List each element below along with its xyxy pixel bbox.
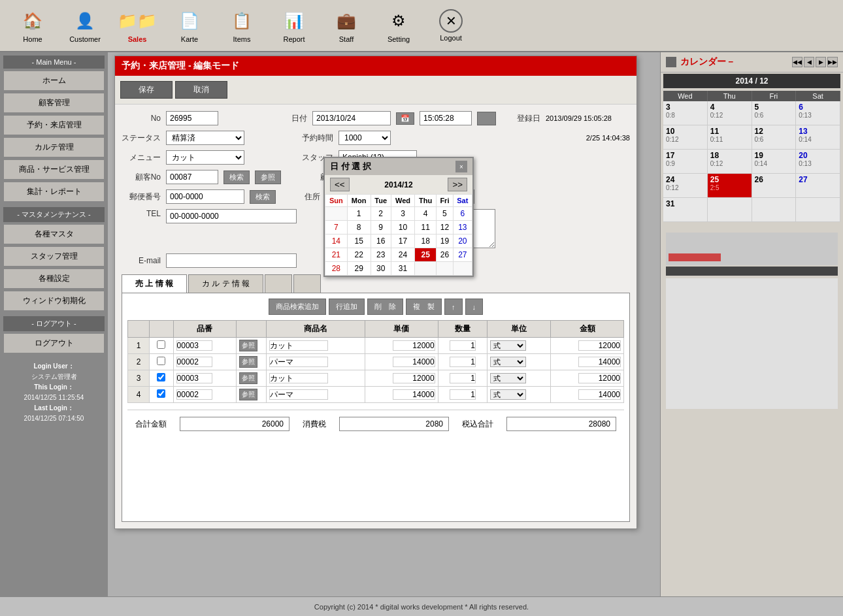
appt-time-select[interactable]: 100010301100	[339, 131, 391, 145]
nav-logout[interactable]: ✕ Logout	[425, 6, 477, 45]
calendar-cell[interactable]: 120:6	[752, 125, 797, 149]
row-price-cell[interactable]	[365, 370, 438, 387]
calendar-cell[interactable]: 27	[796, 174, 840, 197]
row-unit-select[interactable]: 式 回	[490, 373, 526, 383]
calendar-open-button[interactable]: 📅	[396, 112, 414, 125]
date-input[interactable]	[312, 111, 391, 125]
customer-ref-button[interactable]: 参照	[255, 170, 281, 184]
row-price-cell[interactable]	[365, 387, 438, 403]
dp-day-cell[interactable]: 31	[391, 262, 414, 276]
calendar-cell[interactable]: 180:12	[708, 150, 752, 173]
row-qty-cell[interactable]	[438, 354, 488, 370]
row-code-cell[interactable]	[173, 370, 237, 387]
calendar-cell[interactable]: 30:8	[663, 101, 708, 125]
calendar-first-btn[interactable]: ◀◀	[792, 57, 802, 67]
sidebar-item-staff[interactable]: スタッフ管理	[3, 246, 105, 267]
calendar-cell[interactable]: 110:11	[708, 125, 752, 149]
customer-no-input[interactable]	[166, 170, 218, 184]
dp-day-cell[interactable]: 23	[371, 248, 391, 262]
dp-day-cell[interactable]: 10	[391, 221, 414, 235]
row-code-input[interactable]	[176, 389, 212, 400]
row-price-input[interactable]	[393, 357, 435, 367]
row-qty-cell[interactable]	[438, 370, 488, 387]
menu-select[interactable]: カットパーマカラー	[166, 150, 244, 165]
dp-day-cell[interactable]: 29	[347, 262, 371, 276]
row-qty-input[interactable]	[450, 357, 476, 367]
nav-home[interactable]: 🏠 Home	[7, 5, 59, 46]
customer-search-button[interactable]: 検索	[223, 170, 250, 184]
row-unit-cell[interactable]: 式 回	[488, 370, 551, 387]
dp-day-cell[interactable]: 4	[415, 207, 437, 221]
dp-day-cell[interactable]: 9	[371, 221, 391, 235]
dp-day-cell[interactable]: 22	[347, 248, 371, 262]
row-add-button[interactable]: 行追加	[329, 299, 365, 315]
sidebar-item-karte[interactable]: カルテ管理	[3, 137, 105, 157]
calendar-cell[interactable]: 40:12	[708, 101, 752, 125]
dp-day-cell[interactable]: 16	[371, 235, 391, 248]
row-code-input[interactable]	[176, 340, 212, 351]
row-checkbox[interactable]	[157, 357, 165, 365]
nav-customer[interactable]: 👤 Customer	[59, 5, 111, 46]
cancel-button[interactable]: 取消	[175, 81, 227, 99]
row-qty-cell[interactable]	[438, 387, 488, 403]
sidebar-item-reservation[interactable]: 予約・来店管理	[3, 115, 105, 135]
row-qty-cell[interactable]	[438, 338, 488, 354]
row-ref-cell[interactable]: 参照	[237, 387, 266, 403]
dp-day-cell[interactable]: 2	[371, 207, 391, 221]
row-name-cell[interactable]	[266, 338, 365, 354]
dp-day-cell[interactable]: 26	[437, 248, 454, 262]
calendar-cell[interactable]: 100:12	[663, 125, 708, 149]
dp-day-cell[interactable]: 11	[415, 221, 437, 235]
row-price-cell[interactable]	[365, 338, 438, 354]
nav-staff[interactable]: 💼 Staff	[320, 5, 372, 46]
delete-button[interactable]: 削 除	[367, 299, 403, 315]
sidebar-item-product[interactable]: 商品・サービス管理	[3, 159, 105, 180]
row-unit-cell[interactable]: 式 回	[488, 387, 551, 403]
nav-karte[interactable]: 📄 Karte	[163, 5, 216, 46]
dp-day-cell[interactable]: 7	[325, 221, 348, 235]
row-qty-input[interactable]	[450, 389, 476, 400]
calendar-cell[interactable]: 252:5	[708, 174, 752, 197]
row-ref-button[interactable]: 参照	[239, 372, 257, 384]
row-unit-cell[interactable]: 式 回	[488, 338, 551, 354]
dp-day-cell[interactable]: 30	[371, 262, 391, 276]
calendar-cell[interactable]: 130:14	[796, 125, 840, 149]
dp-day-cell[interactable]: 1	[347, 207, 371, 221]
status-select[interactable]: 精算済 予約 来店 キャンセル	[166, 131, 244, 145]
down-button[interactable]: ↓	[465, 299, 484, 315]
row-checkbox[interactable]	[157, 340, 165, 349]
dp-day-cell[interactable]: 27	[453, 248, 472, 262]
nav-report[interactable]: 📊 Report	[268, 5, 320, 46]
calendar-cell[interactable]: 170:9	[663, 150, 708, 173]
calendar-next-btn[interactable]: ▶	[816, 57, 826, 67]
row-check-cell[interactable]	[150, 370, 173, 387]
sidebar-item-settings[interactable]: 各種設定	[3, 268, 105, 289]
tab-sales[interactable]: 売 上 情 報	[122, 274, 187, 293]
tab-4[interactable]	[293, 274, 321, 293]
date-picker-next-button[interactable]: >>	[448, 178, 467, 191]
sidebar-item-init[interactable]: ウィンドウ初期化	[3, 291, 105, 311]
sidebar-logout-btn[interactable]: ログアウト	[3, 333, 105, 353]
row-name-input[interactable]	[269, 389, 328, 400]
dp-day-cell[interactable]: 20	[453, 235, 472, 248]
nav-items[interactable]: 📋 Items	[216, 5, 268, 46]
row-ref-button[interactable]: 参照	[239, 356, 257, 368]
row-ref-cell[interactable]: 参照	[237, 354, 266, 370]
row-name-input[interactable]	[269, 357, 328, 367]
calendar-cell[interactable]: 31	[663, 198, 708, 221]
nav-setting[interactable]: ⚙ Setting	[372, 5, 425, 46]
dp-day-cell[interactable]: 12	[437, 221, 454, 235]
sidebar-item-report[interactable]: 集計・レポート	[3, 182, 105, 202]
email-input[interactable]	[166, 253, 297, 268]
row-name-cell[interactable]	[266, 387, 365, 403]
calendar-last-btn[interactable]: ▶▶	[827, 57, 838, 67]
row-qty-input[interactable]	[450, 340, 476, 351]
calendar-cell[interactable]: 240:12	[663, 174, 708, 197]
row-price-input[interactable]	[393, 389, 435, 400]
row-code-cell[interactable]	[173, 354, 237, 370]
sidebar-item-master[interactable]: 各種マスタ	[3, 224, 105, 244]
row-price-input[interactable]	[393, 340, 435, 351]
dp-day-cell[interactable]: 6	[453, 207, 472, 221]
dp-day-cell[interactable]: 8	[347, 221, 371, 235]
dp-day-cell[interactable]: 28	[325, 262, 348, 276]
